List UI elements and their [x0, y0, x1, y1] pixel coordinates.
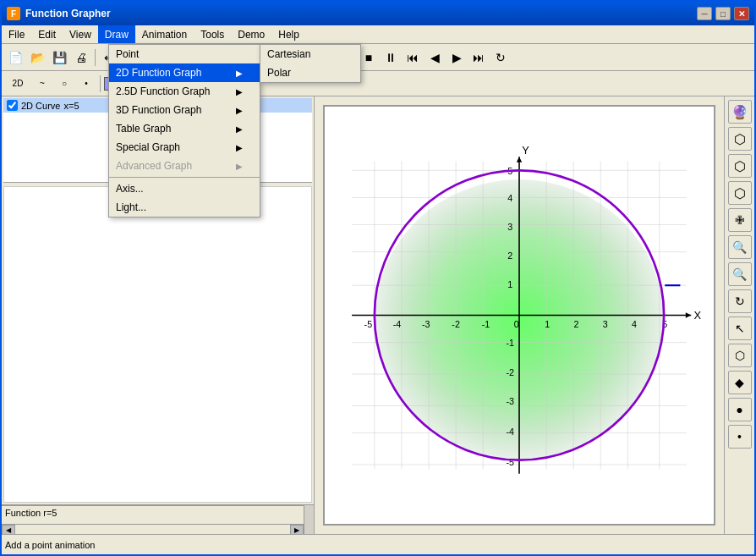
shape-3d-btn[interactable]: ⬡ [728, 344, 752, 367]
close-button[interactable]: ✕ [734, 7, 749, 20]
menu-animation[interactable]: Animation [135, 25, 194, 43]
menu-table-label: Table Graph [116, 123, 171, 135]
bottom-area: Function r=5 ◀ ▶ [2, 504, 314, 534]
loop-button[interactable]: ↻ [490, 47, 511, 68]
print-button[interactable]: 🖨 [71, 47, 91, 68]
window-controls: ─ □ ✕ [697, 7, 749, 20]
svg-text:2: 2 [573, 319, 578, 329]
new-button[interactable]: 📄 [5, 47, 25, 68]
right-sidebar: 🔮 ⬡ ⬡ ⬡ ✙ 🔍 🔍 ↻ ↖ ⬡ ◆ ● • [724, 96, 754, 534]
draw-menu: Point 2D Function Graph ▶ 2.5D Function … [108, 44, 260, 217]
menu-point-label: Point [116, 48, 139, 60]
svg-text:-3: -3 [422, 319, 430, 329]
svg-text:3: 3 [507, 222, 512, 232]
animation-label: Add a point animation [5, 540, 95, 550]
scroll-right[interactable]: ▶ [290, 525, 304, 534]
menu-separator-1 [109, 177, 260, 178]
menu-view[interactable]: View [63, 25, 98, 43]
open-button[interactable]: 📂 [27, 47, 47, 68]
save-button[interactable]: 💾 [49, 47, 69, 68]
menu-edit[interactable]: Edit [31, 25, 63, 43]
stop-button[interactable]: ■ [359, 47, 379, 68]
app-window: F Function Grapher ─ □ ✕ File Edit View … [0, 0, 756, 556]
menu-advanced-label: Advanced Graph [116, 160, 192, 172]
menu-tools[interactable]: Tools [194, 25, 231, 43]
dot-small-btn[interactable]: • [728, 425, 752, 449]
menu-point[interactable]: Point [109, 45, 260, 63]
menu-draw[interactable]: Draw [98, 25, 135, 43]
svg-text:2: 2 [507, 250, 512, 261]
svg-text:1: 1 [545, 319, 550, 329]
zoom-in-btn[interactable]: 🔍 [728, 235, 752, 259]
circle-btn[interactable]: ● [728, 398, 752, 421]
menu-axis-label: Axis... [116, 183, 144, 195]
menu-axis[interactable]: Axis... [109, 179, 260, 198]
menu-light-label: Light... [116, 201, 146, 213]
submenu-cartesian-label: Cartesian [267, 48, 310, 60]
zoom-out-btn[interactable]: 🔍 [728, 262, 752, 286]
menu-table-arrow: ▶ [236, 124, 243, 134]
diamond-btn[interactable]: ◆ [728, 371, 752, 394]
layer-checkbox[interactable] [7, 100, 18, 111]
dot-btn[interactable]: • [76, 74, 96, 94]
pause-button[interactable]: ⏸ [381, 47, 401, 68]
maximize-button[interactable]: □ [715, 7, 731, 20]
window-title: Function Grapher [25, 8, 697, 19]
svg-text:-4: -4 [507, 427, 515, 437]
submenu-polar-label: Polar [267, 67, 291, 79]
submenu-2d: Cartesian Polar [260, 44, 361, 83]
menu-table-graph[interactable]: Table Graph ▶ [109, 119, 260, 138]
scroll-area: Function r=5 ◀ ▶ [2, 505, 304, 534]
svg-text:1: 1 [507, 279, 512, 289]
submenu-cartesian[interactable]: Cartesian [260, 45, 360, 63]
3d-point-btn[interactable]: ⬡ [728, 181, 752, 205]
move-up-btn[interactable]: ✙ [728, 208, 752, 232]
menu-special-graph[interactable]: Special Graph ▶ [109, 138, 260, 157]
cursor-btn[interactable]: ↖ [728, 317, 752, 340]
back-button[interactable]: ⏮ [403, 47, 423, 68]
menu-3d-label: 3D Function Graph [116, 104, 201, 116]
menu-help[interactable]: Help [271, 25, 306, 43]
separator-5 [100, 75, 101, 92]
menu-2d-arrow: ▶ [236, 69, 243, 78]
3d-rotate-btn[interactable]: 🔮 [728, 100, 752, 124]
menu-file[interactable]: File [2, 25, 31, 43]
rotate-btn[interactable]: ↻ [728, 289, 752, 313]
submenu-polar[interactable]: Polar [260, 63, 360, 82]
svg-text:4: 4 [632, 319, 637, 329]
menu-light[interactable]: Light... [109, 198, 260, 217]
svg-text:-4: -4 [393, 319, 402, 329]
canvas-container: X Y -5 -4 -3 -2 -1 0 1 2 3 4 5 5 4 [323, 105, 715, 526]
separator-1 [95, 49, 96, 66]
menu-25d-arrow: ▶ [236, 87, 243, 96]
function-area [3, 186, 312, 503]
svg-text:-2: -2 [507, 367, 515, 377]
menu-3d-arrow: ▶ [236, 106, 243, 115]
prev-button[interactable]: ◀ [425, 47, 445, 68]
svg-text:4: 4 [507, 193, 512, 203]
menu-2d-function[interactable]: 2D Function Graph ▶ [109, 63, 260, 82]
menu-25d-label: 2.5D Function Graph [116, 85, 210, 97]
menu-3d-function[interactable]: 3D Function Graph ▶ [109, 101, 260, 119]
minimize-button[interactable]: ─ [697, 7, 712, 20]
h-scrollbar[interactable]: ◀ ▶ [2, 524, 304, 534]
curve-btn[interactable]: ~ [32, 74, 52, 94]
v-scrollbar[interactable] [304, 505, 314, 534]
svg-text:0: 0 [514, 319, 519, 329]
svg-text:-1: -1 [507, 338, 515, 348]
next-button[interactable]: ▶ [446, 47, 467, 68]
svg-text:-5: -5 [364, 319, 373, 329]
2d-btn[interactable]: 2D [5, 74, 30, 94]
scroll-left[interactable]: ◀ [2, 525, 15, 534]
y-axis-label: Y [522, 144, 529, 157]
3d-wire-btn[interactable]: ⬡ [728, 154, 752, 178]
3d-solid-btn[interactable]: ⬡ [728, 127, 752, 151]
function-display: Function r=5 [2, 505, 304, 524]
menu-25d-function[interactable]: 2.5D Function Graph ▶ [109, 82, 260, 101]
graph-svg: X Y -5 -4 -3 -2 -1 0 1 2 3 4 5 5 4 [325, 107, 714, 524]
menu-advanced-graph: Advanced Graph ▶ [109, 157, 260, 175]
menu-demo[interactable]: Demo [231, 25, 271, 43]
scroll-track[interactable] [15, 525, 290, 534]
end-button[interactable]: ⏭ [468, 47, 489, 68]
shape-btn[interactable]: ○ [54, 74, 74, 94]
